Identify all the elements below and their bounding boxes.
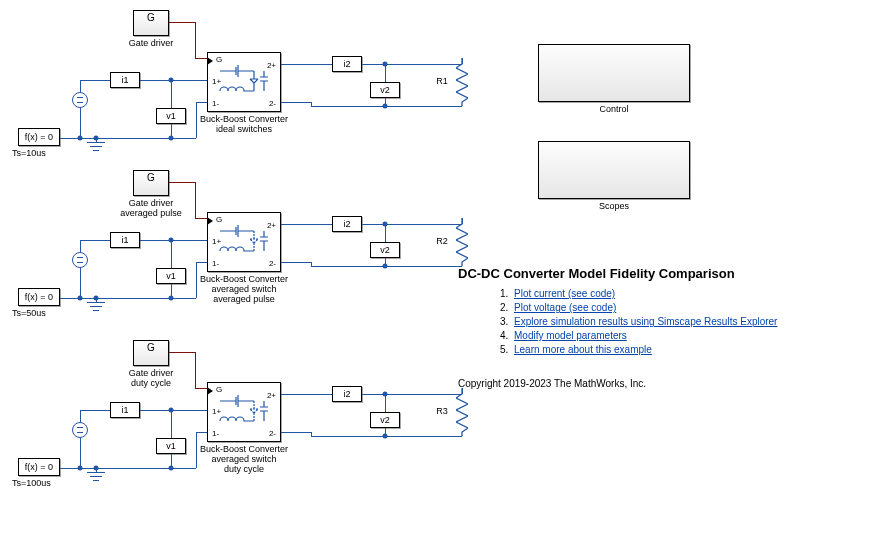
solver-config-1-ts: Ts=10us: [12, 148, 66, 158]
resistor-r1-label: R1: [430, 76, 454, 86]
list-number-5: 5.: [500, 344, 508, 355]
converter-3-schematic-icon: [214, 387, 274, 437]
node: [78, 136, 83, 141]
wire: [462, 58, 463, 64]
wire: [195, 218, 207, 219]
v1-sensor-3[interactable]: v1: [156, 438, 186, 454]
resistor-r2[interactable]: [456, 218, 468, 266]
solver-config-3[interactable]: f(x) = 0: [18, 458, 60, 476]
gate-driver-2-caption: Gate driveraveraged pulse: [107, 198, 195, 218]
wire: [195, 182, 196, 218]
link-plot-current[interactable]: Plot current (see code): [514, 288, 615, 299]
wire: [140, 410, 207, 411]
wire: [80, 80, 81, 92]
link-plot-voltage[interactable]: Plot voltage (see code): [514, 302, 616, 313]
link-modify-params[interactable]: Modify model parameters: [514, 330, 627, 341]
list-number-2: 2.: [500, 302, 508, 313]
converter-1-caption: Buck-Boost Converterideal switches: [197, 114, 291, 134]
control-subsystem[interactable]: [538, 44, 690, 102]
voltage-source-3[interactable]: [72, 422, 88, 438]
converter-2[interactable]: G 1+ 1- 2+ 2-: [207, 212, 281, 272]
node: [94, 296, 99, 301]
wire: [171, 240, 172, 268]
wire: [196, 262, 197, 298]
converter-3[interactable]: G 1+ 1- 2+ 2-: [207, 382, 281, 442]
voltage-source-1[interactable]: [72, 92, 88, 108]
resistor-r3-label: R3: [430, 406, 454, 416]
wire: [169, 352, 195, 353]
simulink-canvas[interactable]: Control Scopes DC-DC Converter Model Fid…: [0, 0, 869, 552]
gate-driver-3-g: G: [133, 342, 169, 353]
converter-3-caption: Buck-Boost Converteraveraged switchduty …: [197, 444, 291, 474]
ground-3[interactable]: [87, 472, 105, 486]
i1-sensor-2[interactable]: i1: [110, 232, 140, 248]
wire: [195, 22, 196, 58]
wire: [281, 394, 332, 395]
resistor-r3[interactable]: [456, 388, 468, 436]
i1-sensor-3[interactable]: i1: [110, 402, 140, 418]
wire: [196, 262, 207, 263]
link-explore-results[interactable]: Explore simulation results using Simscap…: [514, 316, 777, 327]
list-number-1: 1.: [500, 288, 508, 299]
node: [78, 466, 83, 471]
wire: [195, 352, 196, 388]
wire: [196, 102, 197, 138]
wire: [80, 240, 110, 241]
wire: [462, 218, 463, 224]
solver-config-1[interactable]: f(x) = 0: [18, 128, 60, 146]
wire: [281, 64, 332, 65]
wire: [281, 262, 311, 263]
converter-2-schematic-icon: [214, 217, 274, 267]
wire: [195, 388, 207, 389]
ground-2[interactable]: [87, 302, 105, 316]
ground-1[interactable]: [87, 142, 105, 156]
i2-sensor-1[interactable]: i2: [332, 56, 362, 72]
converter-1-gate-port-icon: [207, 57, 213, 65]
voltage-source-2[interactable]: [72, 252, 88, 268]
v2-sensor-3[interactable]: v2: [370, 412, 400, 428]
gate-driver-1-g: G: [133, 12, 169, 23]
converter-1[interactable]: G 1+ 1- 2+ 2-: [207, 52, 281, 112]
scopes-subsystem-label: Scopes: [538, 201, 690, 211]
node: [94, 466, 99, 471]
v1-sensor-1[interactable]: v1: [156, 108, 186, 124]
wire: [80, 410, 110, 411]
wire: [462, 388, 463, 394]
node: [169, 466, 174, 471]
wire: [196, 432, 197, 468]
model-title: DC-DC Converter Model Fidelity Compariso…: [458, 266, 735, 281]
converter-2-caption: Buck-Boost Converteraveraged switchavera…: [197, 274, 291, 304]
solver-config-2-ts: Ts=50us: [12, 308, 66, 318]
solver-config-2[interactable]: f(x) = 0: [18, 288, 60, 306]
node: [383, 104, 388, 109]
converter-1-schematic-icon: [214, 57, 274, 107]
wire: [281, 224, 332, 225]
resistor-r1[interactable]: [456, 58, 468, 106]
wire: [196, 432, 207, 433]
wire: [169, 22, 195, 23]
wire: [169, 182, 195, 183]
gate-driver-3-caption: Gate driverduty cycle: [107, 368, 195, 388]
wire: [196, 102, 207, 103]
wire: [362, 224, 462, 225]
v2-sensor-1[interactable]: v2: [370, 82, 400, 98]
scopes-subsystem[interactable]: [538, 141, 690, 199]
wire: [96, 298, 196, 299]
wire: [140, 80, 207, 81]
copyright-text: Copyright 2019-2023 The MathWorks, Inc.: [458, 378, 646, 389]
wire: [385, 64, 386, 82]
wire: [80, 108, 81, 138]
wire: [96, 468, 196, 469]
v2-sensor-2[interactable]: v2: [370, 242, 400, 258]
node: [78, 296, 83, 301]
i1-sensor-1[interactable]: i1: [110, 72, 140, 88]
i2-sensor-3[interactable]: i2: [332, 386, 362, 402]
wire: [80, 80, 110, 81]
v1-sensor-2[interactable]: v1: [156, 268, 186, 284]
wire: [80, 410, 81, 422]
i2-sensor-2[interactable]: i2: [332, 216, 362, 232]
wire: [171, 80, 172, 108]
wire: [385, 224, 386, 242]
wire: [96, 138, 196, 139]
link-learn-more[interactable]: Learn more about this example: [514, 344, 652, 355]
